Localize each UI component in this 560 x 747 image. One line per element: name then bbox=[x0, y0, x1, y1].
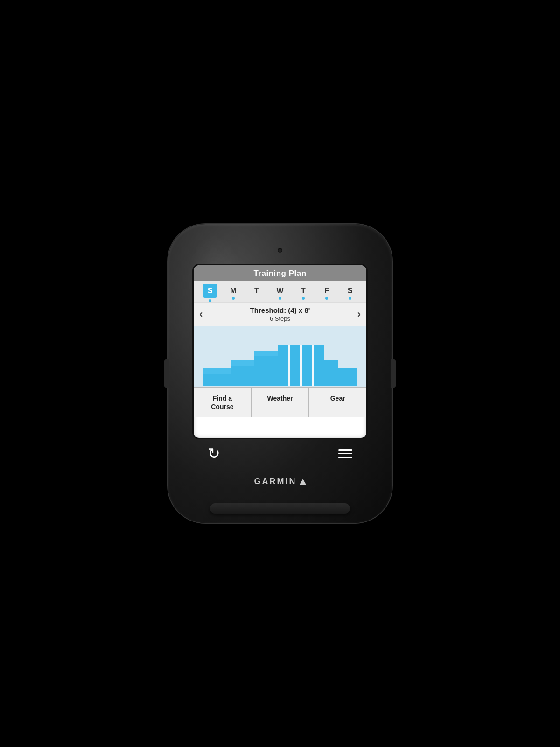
garmin-device: Training Plan S M T W bbox=[168, 224, 392, 523]
svg-rect-4 bbox=[278, 345, 288, 386]
svg-rect-11 bbox=[324, 360, 338, 386]
brand-label: GARMIN bbox=[254, 477, 306, 486]
find-course-button[interactable]: Find aCourse bbox=[194, 388, 252, 417]
next-workout-button[interactable]: › bbox=[357, 308, 361, 320]
bottom-buttons-bar: Find aCourse Weather Gear bbox=[194, 387, 366, 417]
prev-workout-button[interactable]: ‹ bbox=[199, 308, 203, 320]
svg-rect-5 bbox=[288, 345, 290, 386]
day-wednesday-dot bbox=[279, 297, 281, 300]
camera-dot bbox=[278, 248, 282, 252]
svg-rect-9 bbox=[312, 345, 314, 386]
svg-rect-10 bbox=[314, 345, 324, 386]
day-friday-dot bbox=[325, 297, 328, 300]
day-tuesday-label: T bbox=[254, 286, 259, 295]
svg-rect-6 bbox=[290, 345, 300, 386]
workout-chart bbox=[194, 326, 366, 387]
day-saturday-dot bbox=[349, 297, 351, 300]
menu-line-3 bbox=[338, 457, 352, 458]
day-sunday-label: S bbox=[203, 284, 217, 298]
back-button[interactable]: ↻ bbox=[208, 444, 220, 462]
day-friday[interactable]: F bbox=[317, 286, 336, 299]
day-tuesday[interactable]: T bbox=[247, 286, 266, 299]
svg-rect-15 bbox=[254, 351, 278, 356]
svg-rect-13 bbox=[203, 368, 231, 374]
menu-line-1 bbox=[338, 449, 352, 451]
svg-rect-12 bbox=[338, 368, 357, 386]
day-sunday-dot bbox=[209, 299, 211, 302]
bottom-bumper bbox=[210, 503, 350, 514]
day-saturday-label: S bbox=[348, 286, 353, 295]
day-thursday[interactable]: T bbox=[294, 286, 313, 299]
garmin-triangle-icon bbox=[300, 479, 306, 485]
day-saturday[interactable]: S bbox=[341, 286, 359, 299]
day-friday-label: F bbox=[324, 286, 329, 295]
side-button-right[interactable] bbox=[391, 359, 396, 388]
menu-line-2 bbox=[338, 453, 352, 454]
side-button-left[interactable] bbox=[164, 359, 169, 388]
chart-svg bbox=[194, 326, 366, 387]
day-wednesday[interactable]: W bbox=[271, 286, 289, 299]
workout-steps: 6 Steps bbox=[203, 315, 357, 322]
control-bar: ↻ bbox=[194, 444, 366, 462]
day-sunday[interactable]: S bbox=[201, 284, 219, 302]
day-thursday-dot bbox=[302, 297, 305, 300]
workout-row: ‹ Threshold: (4) x 8' 6 Steps › bbox=[194, 302, 366, 326]
gear-button[interactable]: Gear bbox=[309, 388, 366, 417]
svg-rect-8 bbox=[302, 345, 312, 386]
svg-rect-7 bbox=[300, 345, 302, 386]
brand-name: GARMIN bbox=[254, 477, 297, 486]
day-monday-label: M bbox=[230, 286, 236, 295]
weather-button[interactable]: Weather bbox=[252, 388, 309, 417]
day-selector: S M T W T bbox=[194, 281, 366, 302]
device-screen: Training Plan S M T W bbox=[194, 265, 366, 438]
day-wednesday-label: W bbox=[276, 286, 283, 295]
menu-button[interactable] bbox=[338, 449, 352, 458]
day-monday[interactable]: M bbox=[224, 286, 243, 299]
workout-title: Threshold: (4) x 8' bbox=[203, 306, 357, 314]
day-monday-dot bbox=[232, 297, 235, 300]
svg-rect-14 bbox=[231, 360, 254, 366]
screen-title: Training Plan bbox=[253, 269, 306, 278]
screen-header: Training Plan bbox=[194, 265, 366, 281]
day-thursday-label: T bbox=[301, 286, 306, 295]
workout-info: Threshold: (4) x 8' 6 Steps bbox=[203, 306, 357, 322]
